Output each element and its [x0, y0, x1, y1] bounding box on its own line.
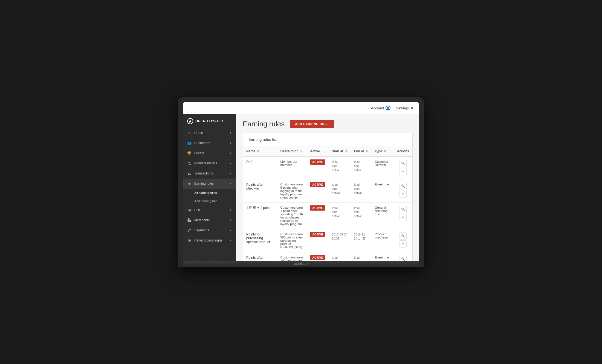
- chevron-up-icon: ▲: [229, 182, 232, 185]
- earning-rules-table: Name ⇅ Description ⇅ Active ↓: [243, 146, 412, 261]
- cell-name: Points after registration: [243, 252, 277, 261]
- account-label: Account: [371, 106, 384, 110]
- cell-end-at: Is alltimeactive: [351, 202, 371, 229]
- chevron-down-icon: ▼: [229, 162, 232, 165]
- actions-cell: 🔍 ✏: [397, 256, 409, 261]
- table-row: Points after registration Customers earn…: [243, 252, 412, 261]
- active-badge: ACTIVE: [310, 205, 325, 211]
- sidebar-item-pos[interactable]: 🖥 POS ▼: [183, 205, 236, 215]
- main-layout: OPEN LOYALTY ⌂ Home ▼ 👥 Customers ▼ �: [183, 114, 419, 261]
- chevron-down-icon: ▼: [229, 239, 232, 242]
- sidebar-item-levels[interactable]: 🏆 Levels ▼: [183, 148, 236, 158]
- cell-start-at: 2018-09-24 14:37: [329, 229, 351, 252]
- cell-description: Customers earn 1 point after spending 1 …: [277, 202, 307, 229]
- laptop-screen: Account 👤 Settings ✕ OPEN LOY: [183, 102, 419, 261]
- cell-name: Points after check-in: [243, 179, 277, 202]
- cell-active: ACTIVE: [307, 202, 329, 229]
- cell-type: General spending rule: [371, 202, 394, 229]
- cell-end-at: Is alltimeactive: [351, 179, 371, 202]
- sort-icon: ⇅: [300, 150, 302, 153]
- col-header-start-at[interactable]: Start at ⇅: [329, 146, 351, 156]
- cell-type: Customer Referral: [371, 156, 394, 179]
- logo-icon: [187, 118, 193, 124]
- settings-label: Settings: [396, 106, 409, 110]
- chevron-down-icon: ▼: [229, 219, 232, 222]
- sidebar: OPEN LOYALTY ⌂ Home ▼ 👥 Customers ▼ �: [183, 114, 236, 261]
- sidebar-item-customers[interactable]: 👥 Customers ▼: [183, 138, 236, 148]
- sidebar-item-points-transfers[interactable]: ⇅ Points transfers ▼: [183, 158, 236, 168]
- actions-cell: 🔍 ✏: [397, 232, 409, 248]
- cell-actions: 🔍 ✏: [394, 179, 412, 202]
- actions-cell: 🔍 ✏: [397, 183, 409, 199]
- view-button[interactable]: 🔍: [400, 206, 407, 213]
- home-icon: ⌂: [187, 131, 192, 135]
- table-section: Earning rules list Name ⇅ Description ⇅: [243, 133, 413, 261]
- cell-end-at: Is alltimeactive: [351, 156, 371, 179]
- sort-icon: ⇅: [257, 150, 259, 153]
- add-earning-rule-label: Add earning rule: [194, 199, 217, 203]
- customers-icon: 👥: [187, 141, 192, 145]
- sidebar-item-reward-campaigns[interactable]: ✉ Reward campaigns ▼: [183, 235, 236, 246]
- table-section-header: Earning rules list: [243, 133, 412, 146]
- sidebar-item-label: Transactions: [194, 171, 227, 175]
- cell-start-at: Is alltimeactive: [329, 156, 351, 179]
- sidebar-item-earning-rules[interactable]: ♥ Earning rules ▲: [183, 179, 236, 189]
- col-header-name[interactable]: Name ⇅: [243, 146, 277, 156]
- cell-name: 1 EUR = 1 point: [243, 202, 277, 229]
- segments-icon: 🏷: [187, 228, 192, 232]
- chevron-down-icon: ▼: [229, 132, 232, 134]
- account-nav-item[interactable]: Account 👤: [371, 106, 390, 110]
- view-button[interactable]: 🔍: [400, 160, 407, 167]
- edit-button[interactable]: ✏: [400, 191, 407, 198]
- sidebar-sub-item-all-earning-rules[interactable]: All earning rules: [183, 189, 236, 197]
- cell-active: ACTIVE: [307, 179, 329, 202]
- actions-cell: 🔍 ✏: [397, 206, 409, 222]
- page-title: Earning rules: [243, 120, 285, 128]
- topbar: Account 👤 Settings ✕: [183, 102, 419, 114]
- chevron-down-icon: ▼: [229, 209, 232, 211]
- edit-button[interactable]: ✏: [400, 168, 407, 175]
- cell-actions: 🔍 ✏: [394, 229, 412, 252]
- cell-start-at: Is alltimeactive: [329, 202, 351, 229]
- table-header-row: Name ⇅ Description ⇅ Active ↓: [243, 146, 412, 156]
- add-earning-rule-button[interactable]: ADD EARNING RULE: [290, 120, 334, 128]
- col-header-type[interactable]: Type ⇅: [371, 146, 394, 156]
- chevron-down-icon: ▼: [229, 172, 232, 175]
- sort-icon: ⇅: [384, 150, 386, 153]
- edit-button[interactable]: ✏: [400, 214, 407, 221]
- edit-button[interactable]: ✏: [400, 240, 407, 247]
- view-button[interactable]: 🔍: [400, 183, 407, 190]
- sidebar-item-label: Customers: [194, 141, 227, 145]
- sidebar-item-label: Segments: [194, 228, 227, 232]
- sidebar-item-home[interactable]: ⌂ Home ▼: [183, 128, 236, 138]
- chevron-down-icon: ▼: [229, 229, 232, 232]
- reward-campaigns-icon: ✉: [187, 238, 192, 243]
- merchants-icon: 🏪: [187, 218, 192, 222]
- app-container: Account 👤 Settings ✕ OPEN LOY: [183, 102, 419, 261]
- sidebar-item-label: Points transfers: [194, 161, 227, 165]
- sidebar-item-merchants[interactable]: 🏪 Merchants ▼: [183, 215, 236, 225]
- cell-actions: 🔍 ✏: [394, 156, 412, 179]
- col-header-description[interactable]: Description ⇅: [277, 146, 307, 156]
- view-button[interactable]: 🔍: [400, 232, 407, 240]
- sidebar-item-segments[interactable]: 🏷 Segments ▼: [183, 225, 236, 235]
- active-badge: ACTIVE: [310, 182, 325, 187]
- col-header-active[interactable]: Active ↓: [307, 146, 329, 156]
- cell-description: Member get member: [277, 156, 307, 179]
- active-badge: ACTIVE: [310, 255, 325, 260]
- laptop-frame: Account 👤 Settings ✕ OPEN LOY: [178, 97, 424, 267]
- cell-type: Event rule: [371, 252, 394, 261]
- cell-active: ACTIVE: [307, 252, 329, 261]
- cell-description: Customers earn 100 points after registra…: [277, 252, 307, 261]
- view-button[interactable]: 🔍: [400, 256, 407, 261]
- points-transfers-icon: ⇅: [187, 161, 192, 165]
- sidebar-item-transactions[interactable]: 🗂 Transactions ▼: [183, 168, 236, 179]
- chevron-down-icon: ▼: [229, 142, 232, 144]
- col-header-end-at[interactable]: End at ⇅: [351, 146, 371, 156]
- sort-icon-active: ↓: [322, 150, 323, 153]
- settings-nav-item[interactable]: Settings ✕: [396, 106, 414, 110]
- transactions-icon: 🗂: [187, 171, 192, 176]
- cell-name: Points for purchasing specific product: [243, 229, 277, 252]
- cell-active: ACTIVE: [307, 229, 329, 252]
- sidebar-sub-item-add-earning-rule[interactable]: Add earning rule: [183, 197, 236, 205]
